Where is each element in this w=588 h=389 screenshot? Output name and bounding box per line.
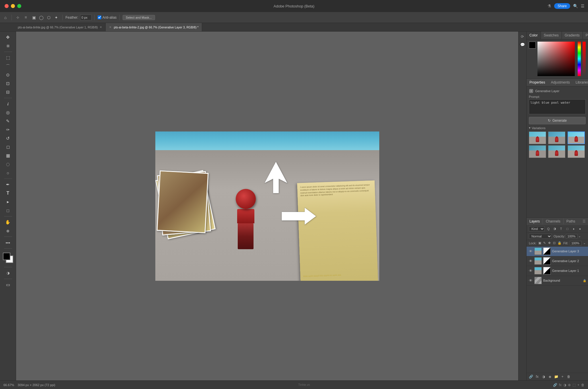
layer-adjustment-icon[interactable]: ◈ bbox=[547, 374, 552, 379]
type-tool[interactable]: T bbox=[4, 189, 12, 197]
history-icon[interactable]: ⟳ bbox=[519, 33, 526, 40]
alpha-slider[interactable] bbox=[583, 42, 586, 76]
feather-input[interactable] bbox=[80, 15, 92, 20]
lock-image-btn[interactable]: ✎ bbox=[543, 241, 546, 245]
tab-file2[interactable]: ✕ pts-ai-beta-tinhte-2.jpg @ 66.7% (Gene… bbox=[106, 23, 202, 31]
dodge-tool[interactable]: ○ bbox=[4, 169, 12, 177]
lasso-tool[interactable]: ⌒ bbox=[4, 62, 12, 70]
select-and-mask-button[interactable]: Select and Mask... bbox=[123, 15, 155, 20]
prompt-textarea[interactable]: light blue pool water bbox=[529, 99, 586, 114]
polygon-select-icon[interactable]: ⬡ bbox=[46, 14, 52, 21]
brush-tool[interactable]: ✎ bbox=[4, 117, 12, 125]
gradients-tab[interactable]: Gradients bbox=[562, 32, 583, 39]
layers-tab[interactable]: Layers bbox=[527, 218, 543, 225]
lock-position-btn[interactable]: ✥ bbox=[548, 241, 551, 245]
tab2-close-x[interactable]: ✕ bbox=[109, 26, 111, 29]
maximize-button[interactable] bbox=[17, 4, 21, 8]
layer-filter-adj[interactable]: ◑ bbox=[552, 226, 557, 231]
screen-mode[interactable]: ▭ bbox=[4, 281, 12, 289]
frame-tool[interactable]: ⊟ bbox=[4, 88, 12, 96]
layer-filter-type[interactable]: T bbox=[558, 226, 564, 231]
layer-filter-shape[interactable]: □ bbox=[565, 226, 570, 231]
layer-filter-dot[interactable]: ● bbox=[577, 226, 583, 231]
layer-item-gen3[interactable]: 👁 Generative Layer 3 bbox=[527, 247, 588, 256]
path-select-tool[interactable]: ▸ bbox=[4, 198, 12, 206]
fill-chevron[interactable]: ⌄ bbox=[583, 241, 586, 245]
paths-tab[interactable]: Paths bbox=[564, 218, 578, 225]
shape-tool[interactable]: □ bbox=[4, 206, 12, 214]
layer-add-icon[interactable]: + bbox=[560, 374, 565, 379]
layer-link-icon[interactable]: 🔗 bbox=[528, 374, 533, 379]
color-tab[interactable]: Color bbox=[527, 32, 541, 39]
variation-thumb-2[interactable] bbox=[548, 131, 565, 144]
layer-fx-icon[interactable]: fx bbox=[535, 374, 540, 379]
rect-select-icon[interactable]: ▣ bbox=[31, 14, 37, 21]
variation-thumb-5[interactable] bbox=[548, 145, 565, 158]
layer-filter-smart[interactable]: ♦ bbox=[571, 226, 576, 231]
swatches-tab[interactable]: Swatches bbox=[541, 32, 562, 39]
variation-thumb-6[interactable] bbox=[568, 145, 585, 158]
minimize-button[interactable] bbox=[11, 4, 15, 8]
libraries-tab[interactable]: Libraries bbox=[573, 79, 588, 86]
comments-icon[interactable]: 💬 bbox=[519, 41, 526, 48]
color-gradient[interactable] bbox=[537, 42, 575, 76]
eyedropper-tool[interactable]: 𝒊 bbox=[4, 100, 12, 108]
patterns-tab[interactable]: Patterns bbox=[583, 32, 588, 39]
current-color-swatch[interactable] bbox=[529, 42, 536, 49]
layer-item-gen1[interactable]: 👁 Generative Layer 1 bbox=[527, 266, 588, 276]
lock-artboard-btn[interactable]: ⊡ bbox=[553, 241, 556, 245]
spot-heal-tool[interactable]: ◎ bbox=[4, 109, 12, 117]
zoom-tool[interactable]: ⊕ bbox=[4, 227, 12, 235]
magic-wand-icon[interactable]: ✦ bbox=[53, 14, 59, 21]
move-tool[interactable]: ✥ bbox=[4, 33, 12, 41]
layer-kind-select[interactable]: Kind bbox=[529, 226, 545, 231]
pen-tool[interactable]: ✒ bbox=[4, 181, 12, 189]
blend-mode-select[interactable]: Normal bbox=[529, 234, 552, 239]
channels-tab[interactable]: Channels bbox=[543, 218, 563, 225]
marquee-tool[interactable]: ⬚ bbox=[4, 54, 12, 62]
layer-filter-pixel[interactable]: Q bbox=[546, 226, 551, 231]
variation-thumb-1[interactable] bbox=[529, 131, 546, 144]
more-tools[interactable]: ••• bbox=[4, 239, 12, 247]
hue-slider[interactable] bbox=[578, 42, 581, 76]
generate-button[interactable]: ↻ Generate bbox=[529, 117, 586, 124]
tab1-close[interactable]: ✕ bbox=[100, 26, 102, 29]
layers-panel-menu[interactable]: ☰ bbox=[580, 219, 588, 223]
home-icon[interactable]: ⌂ bbox=[2, 14, 9, 21]
layer-folder-icon[interactable]: 📁 bbox=[554, 374, 559, 379]
blur-tool[interactable]: ◌ bbox=[4, 160, 12, 168]
hand-tool[interactable]: ✋ bbox=[4, 218, 12, 226]
clone-stamp-tool[interactable]: ✑ bbox=[4, 126, 12, 134]
opacity-input[interactable] bbox=[566, 234, 577, 239]
layer-item-bg[interactable]: 👁 Background 🔒 bbox=[527, 276, 588, 286]
object-select-tool[interactable]: ⊙ bbox=[4, 71, 12, 79]
lock-all-btn[interactable]: 🔒 bbox=[558, 241, 562, 245]
marquee-icon[interactable]: ⊹ bbox=[15, 14, 21, 21]
fill-input[interactable] bbox=[570, 241, 581, 245]
lasso-icon[interactable]: ⌗ bbox=[23, 14, 29, 21]
gradient-tool[interactable]: ▦ bbox=[4, 152, 12, 160]
layer-eye-gen1[interactable]: 👁 bbox=[528, 268, 533, 273]
variation-thumb-4[interactable] bbox=[529, 145, 546, 158]
share-button[interactable]: Share bbox=[554, 3, 570, 9]
eraser-tool[interactable]: ◻ bbox=[4, 143, 12, 151]
layer-mask-icon[interactable]: ◑ bbox=[541, 374, 546, 379]
variations-chevron[interactable]: ▾ bbox=[529, 126, 531, 130]
search-icon[interactable]: 🔍 bbox=[573, 4, 578, 8]
adjustments-tab[interactable]: Adjustments bbox=[548, 79, 573, 86]
artboard-tool[interactable]: ⊞ bbox=[4, 42, 12, 50]
fg-color-swatch[interactable] bbox=[3, 253, 10, 260]
quick-mask-mode[interactable]: ◑ bbox=[4, 269, 12, 277]
opacity-chevron[interactable]: ⌄ bbox=[578, 234, 581, 238]
tab-file1[interactable]: pts-ai-beta-tinhte.jpg @ 66.7% (Generati… bbox=[14, 23, 106, 31]
crop-tool[interactable]: ⊡ bbox=[4, 80, 12, 88]
antialias-checkbox-label[interactable]: Anti-alias bbox=[98, 16, 117, 20]
ellipse-select-icon[interactable]: ◯ bbox=[38, 14, 45, 21]
antialias-checkbox[interactable] bbox=[98, 16, 101, 19]
canvas-area[interactable]: ℒorem ipsum dolor sit amet consectetur a… bbox=[16, 32, 518, 380]
menu-icon[interactable]: ☰ bbox=[581, 4, 585, 8]
lock-transparent-btn[interactable]: ▣ bbox=[538, 241, 541, 245]
layer-eye-gen2[interactable]: 👁 bbox=[528, 259, 533, 263]
layer-eye-gen3[interactable]: 👁 bbox=[528, 249, 533, 253]
variation-thumb-3[interactable] bbox=[568, 131, 585, 144]
